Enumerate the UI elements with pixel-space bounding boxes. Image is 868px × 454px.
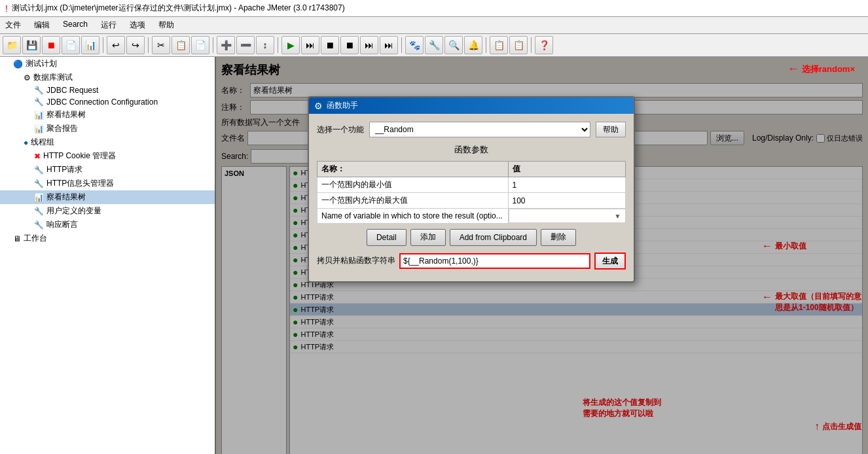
tree-label: 线程组 <box>31 137 54 148</box>
tree-label: 工作台 <box>24 233 47 244</box>
tree-item-view-result2[interactable]: 📊 察看结果树 <box>0 190 215 204</box>
param-row-3: Name of variable in which to store the r… <box>317 209 626 224</box>
annotation-random: ← 选择random× <box>787 62 855 76</box>
toolbar-collapse[interactable]: ➖ <box>236 36 255 54</box>
delete-button[interactable]: 删除 <box>541 229 576 246</box>
function-label: 选择一个功能 <box>317 124 364 135</box>
toolbar-sep4 <box>278 37 278 53</box>
tree-label: HTTP请求 <box>46 164 82 175</box>
tree-label: 聚合报告 <box>46 123 78 134</box>
toolbar-undo[interactable]: ↩ <box>107 36 125 54</box>
tree-label: 测试计划 <box>26 58 57 69</box>
toolbar-stop3[interactable]: ⏹ <box>340 36 359 54</box>
toolbar-redo[interactable]: ↪ <box>126 36 145 54</box>
param-value-3[interactable]: ▼ <box>509 209 626 223</box>
tree-item-aggregate[interactable]: 📊 聚合报告 <box>0 122 215 135</box>
tree-icon: 🔧 <box>34 166 44 175</box>
toolbar-sep1 <box>103 37 103 53</box>
tree-item-test-plan[interactable]: 🔵 测试计划 <box>0 57 215 71</box>
toolbar-alert[interactable]: 🔔 <box>464 36 482 54</box>
tree-item-db-test[interactable]: ⚙ 数据库测试 <box>0 71 215 84</box>
thread-icon: ● <box>24 138 28 147</box>
dropdown-arrow: ▼ <box>615 213 621 220</box>
warning-icon: ! <box>5 3 8 14</box>
tree-item-workbench[interactable]: 🖥 工作台 <box>0 232 215 245</box>
menu-help[interactable]: 帮助 <box>156 18 177 32</box>
tree-icon: 🔧 <box>34 97 44 107</box>
param-value-input-1[interactable] <box>513 181 621 190</box>
tree-item-view-result1[interactable]: 📊 察看结果树 <box>0 108 215 122</box>
tree-icon: 🔧 <box>34 207 44 216</box>
toolbar-paste[interactable]: 📄 <box>191 36 209 54</box>
param-value-input-2[interactable] <box>513 196 621 205</box>
toolbar-settings[interactable]: 🔧 <box>425 36 443 54</box>
menu-options[interactable]: 选项 <box>127 18 148 32</box>
tree-item-thread-group[interactable]: ● 线程组 <box>0 135 215 149</box>
param-value-2[interactable] <box>508 193 625 209</box>
toolbar-expand[interactable]: ➕ <box>217 36 235 54</box>
menu-file[interactable]: 文件 <box>3 18 24 32</box>
title-text: 测试计划.jmx (D:\jmeter\jmeter运行保存过的文件\测试计划.… <box>12 3 345 14</box>
toolbar-run[interactable]: ▶ <box>281 36 300 54</box>
add-clipboard-button[interactable]: Add from Clipboard <box>450 229 537 246</box>
menu-search[interactable]: Search <box>60 18 90 32</box>
toolbar-run-all[interactable]: ⏭ <box>301 36 319 54</box>
toolbar-cut[interactable]: ✂ <box>152 36 170 54</box>
toolbar-toggle[interactable]: ↕ <box>256 36 274 54</box>
tree-icon: 📊 <box>34 111 44 120</box>
toolbar-debug[interactable]: 🐾 <box>405 36 424 54</box>
tree-label: 察看结果树 <box>46 109 86 120</box>
menu-run[interactable]: 运行 <box>98 18 119 32</box>
help-button[interactable]: 帮助 <box>596 122 626 137</box>
toolbar-clipboard[interactable]: 📋 <box>490 36 508 54</box>
tree-item-jdbc-request[interactable]: 🔧 JDBC Request <box>0 84 215 96</box>
tree-icon: ⚙ <box>24 73 31 82</box>
tree-label: JDBC Request <box>46 86 98 95</box>
tree-label: 响应断言 <box>46 219 78 230</box>
modal-title-icon: ⚙ <box>314 101 323 111</box>
copy-label: 拷贝并粘贴函数字符串 <box>317 255 395 266</box>
toolbar-chart[interactable]: 📊 <box>81 36 99 54</box>
tree-label: JDBC Connection Configuration <box>46 97 158 107</box>
toolbar-sep6 <box>486 37 486 53</box>
tree-icon: 🖥 <box>13 234 21 243</box>
arrow-icon: ← <box>787 62 799 76</box>
tree-item-http-request1[interactable]: 🔧 HTTP请求 <box>0 163 215 177</box>
col-name-header: 名称： <box>317 162 509 177</box>
tree-icon: 🔧 <box>34 86 44 95</box>
toolbar-stop2[interactable]: ⏹ <box>321 36 339 54</box>
main-layout: 🔵 测试计划 ⚙ 数据库测试 🔧 JDBC Request 🔧 JDBC Con… <box>0 57 868 454</box>
tree-icon: 📊 <box>34 193 44 202</box>
toolbar-save[interactable]: 💾 <box>22 36 41 54</box>
toolbar-copy[interactable]: 📋 <box>172 36 190 54</box>
tree-item-http-header[interactable]: 🔧 HTTP信息头管理器 <box>0 177 215 190</box>
copy-string-row: 拷贝并粘贴函数字符串 生成 <box>317 253 626 270</box>
tree-item-cookie-manager[interactable]: ✖ HTTP Cookie 管理器 <box>0 149 215 163</box>
param-value-input-3[interactable] <box>513 211 612 220</box>
modal-body: 选择一个功能 __Random 帮助 函数参数 名称： 值 <box>309 114 634 281</box>
generate-button[interactable]: 生成 <box>594 253 626 270</box>
modal-title-bar: ⚙ 函数助手 <box>309 97 634 114</box>
function-select[interactable]: __Random <box>369 122 590 137</box>
toolbar-search[interactable]: 🔍 <box>444 36 463 54</box>
tree-icon: ✖ <box>34 152 41 161</box>
tree-label: HTTP Cookie 管理器 <box>43 150 116 162</box>
left-panel: 🔵 测试计划 ⚙ 数据库测试 🔧 JDBC Request 🔧 JDBC Con… <box>0 57 216 454</box>
tree-item-jdbc-config[interactable]: 🔧 JDBC Connection Configuration <box>0 96 215 108</box>
toolbar-save2[interactable]: 📄 <box>62 36 80 54</box>
param-value-1[interactable] <box>508 177 625 193</box>
toolbar-stop[interactable]: ⏹ <box>42 36 60 54</box>
toolbar-clipboard2[interactable]: 📋 <box>509 36 528 54</box>
tree-item-response-assert[interactable]: 🔧 响应断言 <box>0 218 215 232</box>
detail-button[interactable]: Detail <box>367 229 407 246</box>
title-bar: ! 测试计划.jmx (D:\jmeter\jmeter运行保存过的文件\测试计… <box>0 0 868 17</box>
toolbar-help[interactable]: ❓ <box>535 36 553 54</box>
toolbar-skip[interactable]: ⏭ <box>360 36 378 54</box>
toolbar-open[interactable]: 📁 <box>3 36 21 54</box>
menu-edit[interactable]: 编辑 <box>31 18 52 32</box>
modal-actions: Detail 添加 Add from Clipboard 删除 <box>317 229 626 246</box>
copy-string-input[interactable] <box>399 253 590 269</box>
add-button[interactable]: 添加 <box>410 229 446 246</box>
toolbar-skip2[interactable]: ⏭ <box>380 36 398 54</box>
tree-item-user-vars[interactable]: 🔧 用户定义的变量 <box>0 204 215 218</box>
